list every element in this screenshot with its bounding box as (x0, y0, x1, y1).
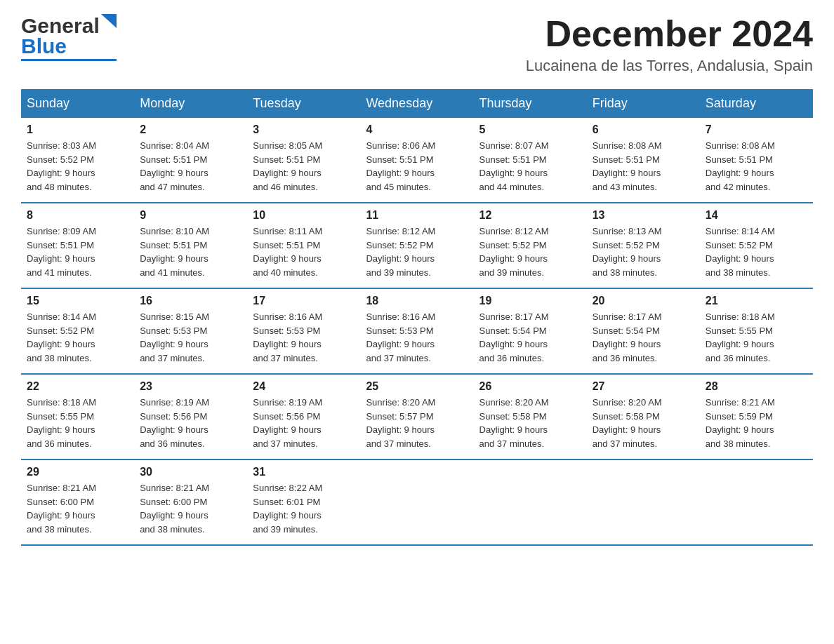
calendar-cell: 2 Sunrise: 8:04 AM Sunset: 5:51 PM Dayli… (134, 118, 247, 203)
calendar-cell: 31 Sunrise: 8:22 AM Sunset: 6:01 PM Dayl… (247, 459, 360, 545)
day-number: 12 (479, 209, 581, 222)
day-info: Sunrise: 8:20 AM Sunset: 5:58 PM Dayligh… (479, 397, 549, 449)
calendar-cell (700, 459, 813, 545)
day-number: 2 (140, 123, 241, 136)
calendar-cell: 8 Sunrise: 8:09 AM Sunset: 5:51 PM Dayli… (21, 203, 134, 288)
day-info: Sunrise: 8:07 AM Sunset: 5:51 PM Dayligh… (479, 140, 549, 192)
day-number: 31 (253, 466, 355, 478)
calendar-cell: 17 Sunrise: 8:16 AM Sunset: 5:53 PM Dayl… (247, 288, 360, 374)
day-number: 21 (706, 295, 807, 307)
calendar-cell (587, 459, 700, 545)
calendar-cell: 7 Sunrise: 8:08 AM Sunset: 5:51 PM Dayli… (700, 118, 813, 203)
day-info: Sunrise: 8:21 AM Sunset: 6:00 PM Dayligh… (27, 483, 96, 535)
day-number: 15 (27, 295, 128, 307)
calendar-cell: 21 Sunrise: 8:18 AM Sunset: 5:55 PM Dayl… (700, 288, 813, 374)
day-info: Sunrise: 8:18 AM Sunset: 5:55 PM Dayligh… (706, 311, 775, 363)
day-info: Sunrise: 8:12 AM Sunset: 5:52 PM Dayligh… (366, 226, 435, 278)
calendar-cell: 27 Sunrise: 8:20 AM Sunset: 5:58 PM Dayl… (587, 374, 700, 459)
day-info: Sunrise: 8:04 AM Sunset: 5:51 PM Dayligh… (140, 140, 209, 192)
calendar-cell: 25 Sunrise: 8:20 AM Sunset: 5:57 PM Dayl… (360, 374, 473, 459)
day-info: Sunrise: 8:21 AM Sunset: 5:59 PM Dayligh… (706, 397, 775, 449)
day-number: 20 (593, 295, 694, 307)
day-info: Sunrise: 8:21 AM Sunset: 6:00 PM Dayligh… (140, 483, 209, 535)
header-wednesday: Wednesday (360, 89, 473, 118)
calendar-cell: 26 Sunrise: 8:20 AM Sunset: 5:58 PM Dayl… (474, 374, 587, 459)
day-info: Sunrise: 8:17 AM Sunset: 5:54 PM Dayligh… (593, 311, 662, 363)
calendar-week-row: 1 Sunrise: 8:03 AM Sunset: 5:52 PM Dayli… (21, 118, 813, 203)
day-info: Sunrise: 8:08 AM Sunset: 5:51 PM Dayligh… (706, 140, 775, 192)
calendar-cell: 11 Sunrise: 8:12 AM Sunset: 5:52 PM Dayl… (360, 203, 473, 288)
header-friday: Friday (587, 89, 700, 118)
calendar-cell: 15 Sunrise: 8:14 AM Sunset: 5:52 PM Dayl… (21, 288, 134, 374)
calendar-cell (474, 459, 587, 545)
page-header: General Blue December 2024 Lucainena de … (21, 14, 813, 75)
title-block: December 2024 Lucainena de las Torres, A… (526, 14, 813, 75)
day-number: 22 (27, 380, 128, 393)
day-number: 16 (140, 295, 241, 307)
day-number: 4 (366, 123, 468, 136)
calendar-header-row: Sunday Monday Tuesday Wednesday Thursday… (21, 89, 813, 118)
calendar-cell: 18 Sunrise: 8:16 AM Sunset: 5:53 PM Dayl… (360, 288, 473, 374)
day-number: 27 (593, 380, 694, 393)
calendar-cell: 3 Sunrise: 8:05 AM Sunset: 5:51 PM Dayli… (247, 118, 360, 203)
day-info: Sunrise: 8:03 AM Sunset: 5:52 PM Dayligh… (27, 140, 96, 192)
calendar-cell: 29 Sunrise: 8:21 AM Sunset: 6:00 PM Dayl… (21, 459, 134, 545)
day-info: Sunrise: 8:16 AM Sunset: 5:53 PM Dayligh… (253, 311, 322, 363)
calendar-cell: 16 Sunrise: 8:15 AM Sunset: 5:53 PM Dayl… (134, 288, 247, 374)
svg-marker-0 (101, 14, 117, 28)
calendar-cell: 20 Sunrise: 8:17 AM Sunset: 5:54 PM Dayl… (587, 288, 700, 374)
calendar-week-row: 22 Sunrise: 8:18 AM Sunset: 5:55 PM Dayl… (21, 374, 813, 459)
header-tuesday: Tuesday (247, 89, 360, 118)
day-info: Sunrise: 8:19 AM Sunset: 5:56 PM Dayligh… (253, 397, 322, 449)
day-number: 5 (479, 123, 581, 136)
day-info: Sunrise: 8:22 AM Sunset: 6:01 PM Dayligh… (253, 483, 322, 535)
day-number: 29 (27, 466, 128, 478)
calendar-cell: 13 Sunrise: 8:13 AM Sunset: 5:52 PM Dayl… (587, 203, 700, 288)
location-title: Lucainena de las Torres, Andalusia, Spai… (526, 57, 813, 75)
day-info: Sunrise: 8:11 AM Sunset: 5:51 PM Dayligh… (253, 226, 322, 278)
day-info: Sunrise: 8:06 AM Sunset: 5:51 PM Dayligh… (366, 140, 435, 192)
header-thursday: Thursday (474, 89, 587, 118)
day-number: 7 (706, 123, 807, 136)
day-info: Sunrise: 8:16 AM Sunset: 5:53 PM Dayligh… (366, 311, 435, 363)
day-info: Sunrise: 8:12 AM Sunset: 5:52 PM Dayligh… (479, 226, 549, 278)
day-info: Sunrise: 8:14 AM Sunset: 5:52 PM Dayligh… (27, 311, 96, 363)
calendar-cell: 28 Sunrise: 8:21 AM Sunset: 5:59 PM Dayl… (700, 374, 813, 459)
calendar-cell: 22 Sunrise: 8:18 AM Sunset: 5:55 PM Dayl… (21, 374, 134, 459)
header-saturday: Saturday (700, 89, 813, 118)
logo-blue-text: Blue (21, 34, 67, 58)
day-info: Sunrise: 8:05 AM Sunset: 5:51 PM Dayligh… (253, 140, 322, 192)
logo-underline (21, 59, 117, 61)
day-info: Sunrise: 8:19 AM Sunset: 5:56 PM Dayligh… (140, 397, 209, 449)
day-info: Sunrise: 8:15 AM Sunset: 5:53 PM Dayligh… (140, 311, 209, 363)
logo: General Blue (21, 14, 117, 61)
calendar-week-row: 15 Sunrise: 8:14 AM Sunset: 5:52 PM Dayl… (21, 288, 813, 374)
logo-chevron-icon (100, 15, 117, 34)
calendar-cell: 9 Sunrise: 8:10 AM Sunset: 5:51 PM Dayli… (134, 203, 247, 288)
day-info: Sunrise: 8:08 AM Sunset: 5:51 PM Dayligh… (593, 140, 662, 192)
calendar-cell: 4 Sunrise: 8:06 AM Sunset: 5:51 PM Dayli… (360, 118, 473, 203)
day-number: 8 (27, 209, 128, 222)
day-info: Sunrise: 8:09 AM Sunset: 5:51 PM Dayligh… (27, 226, 96, 278)
calendar-cell: 10 Sunrise: 8:11 AM Sunset: 5:51 PM Dayl… (247, 203, 360, 288)
day-number: 19 (479, 295, 581, 307)
day-number: 11 (366, 209, 468, 222)
day-number: 13 (593, 209, 694, 222)
day-number: 10 (253, 209, 355, 222)
calendar-cell: 12 Sunrise: 8:12 AM Sunset: 5:52 PM Dayl… (474, 203, 587, 288)
day-number: 6 (593, 123, 694, 136)
day-info: Sunrise: 8:14 AM Sunset: 5:52 PM Dayligh… (706, 226, 775, 278)
day-number: 9 (140, 209, 241, 222)
day-info: Sunrise: 8:20 AM Sunset: 5:58 PM Dayligh… (593, 397, 662, 449)
day-number: 23 (140, 380, 241, 393)
day-number: 26 (479, 380, 581, 393)
day-info: Sunrise: 8:20 AM Sunset: 5:57 PM Dayligh… (366, 397, 435, 449)
calendar-cell: 23 Sunrise: 8:19 AM Sunset: 5:56 PM Dayl… (134, 374, 247, 459)
day-number: 14 (706, 209, 807, 222)
day-number: 17 (253, 295, 355, 307)
day-number: 25 (366, 380, 468, 393)
day-info: Sunrise: 8:10 AM Sunset: 5:51 PM Dayligh… (140, 226, 209, 278)
calendar-week-row: 29 Sunrise: 8:21 AM Sunset: 6:00 PM Dayl… (21, 459, 813, 545)
calendar-cell: 14 Sunrise: 8:14 AM Sunset: 5:52 PM Dayl… (700, 203, 813, 288)
header-monday: Monday (134, 89, 247, 118)
